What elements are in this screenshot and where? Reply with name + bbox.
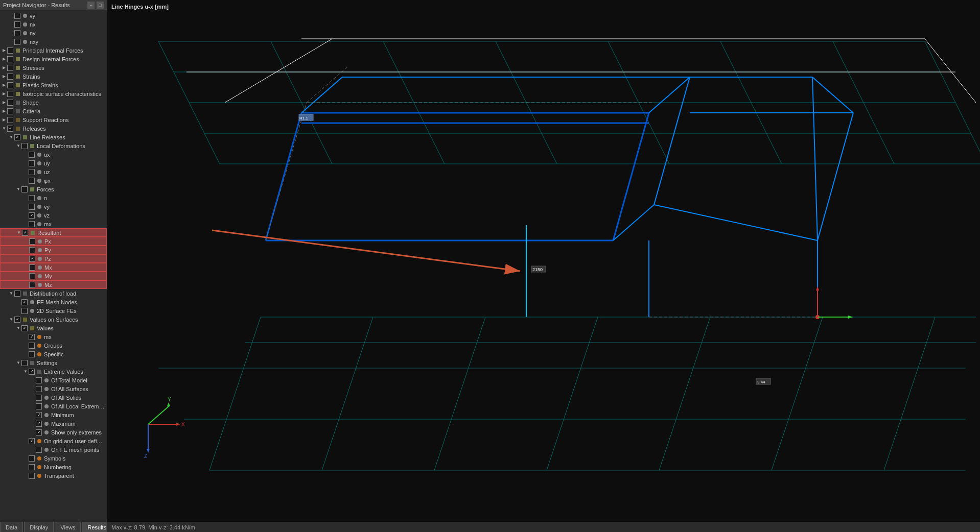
tree-item-isotropic[interactable]: ▶Isotropic surface characteristics bbox=[0, 89, 107, 98]
expander-fvy[interactable] bbox=[22, 204, 29, 210]
tree-item-fvz[interactable]: vz bbox=[0, 211, 107, 220]
tree-item-uy2[interactable]: uy bbox=[0, 159, 107, 167]
expander-symbols[interactable] bbox=[22, 455, 29, 462]
expander-allSurfaces[interactable] bbox=[30, 386, 36, 392]
expander-distLoad[interactable]: ▼ bbox=[8, 291, 14, 297]
tree-item-fn[interactable]: n bbox=[0, 194, 107, 202]
tab-display[interactable]: Display bbox=[24, 522, 54, 532]
tree-item-settings[interactable]: ▼Settings bbox=[0, 358, 107, 367]
tree-item-design[interactable]: ▶Design Internal Forces bbox=[0, 55, 107, 63]
expander-stresses[interactable]: ▶ bbox=[1, 65, 7, 71]
tree-item-feMeshNodes[interactable]: FE Mesh Nodes bbox=[0, 298, 107, 306]
tree-item-transparent[interactable]: Transparent bbox=[0, 471, 107, 480]
expander-rmy[interactable] bbox=[23, 273, 29, 279]
expander-extremeVals[interactable]: ▼ bbox=[22, 369, 29, 375]
expander-rmz[interactable] bbox=[23, 282, 29, 288]
checkbox-px[interactable] bbox=[29, 238, 35, 245]
tree-item-allSurfaces[interactable]: Of All Surfaces bbox=[0, 384, 107, 393]
title-bar-buttons[interactable]: − □ bbox=[87, 2, 104, 9]
checkbox-vy[interactable] bbox=[14, 13, 20, 19]
tree-item-resultant[interactable]: ▼Resultant bbox=[0, 228, 107, 237]
checkbox-onGrid[interactable] bbox=[29, 438, 35, 444]
expander-py[interactable] bbox=[23, 247, 29, 253]
checkbox-fvy[interactable] bbox=[29, 204, 35, 210]
expander-px[interactable] bbox=[23, 238, 29, 245]
tree-item-strains[interactable]: ▶Strains bbox=[0, 72, 107, 81]
checkbox-settings[interactable] bbox=[21, 360, 28, 366]
checkbox-fmx[interactable] bbox=[29, 221, 35, 227]
tree-item-surface2dFEs[interactable]: 2D Surface FEs bbox=[0, 306, 107, 315]
checkbox-design[interactable] bbox=[7, 56, 13, 62]
expander-phix[interactable] bbox=[22, 178, 29, 184]
checkbox-principal[interactable] bbox=[7, 47, 13, 54]
expander-onGrid[interactable] bbox=[22, 438, 29, 444]
expander-uz[interactable] bbox=[22, 169, 29, 175]
expander-allSolids[interactable] bbox=[30, 395, 36, 401]
expander-fmx[interactable] bbox=[22, 221, 29, 227]
expander-principal[interactable]: ▶ bbox=[1, 47, 7, 54]
expander-nxy[interactable] bbox=[8, 39, 14, 45]
checkbox-valOnSurfaces[interactable] bbox=[14, 317, 20, 323]
tree-item-valOnSurfaces[interactable]: ▼Values on Surfaces bbox=[0, 315, 107, 324]
expander-fn[interactable] bbox=[22, 195, 29, 201]
tree-item-symbols[interactable]: Symbols bbox=[0, 454, 107, 463]
expander-showOnlyExtr[interactable] bbox=[30, 429, 36, 436]
checkbox-isotropic[interactable] bbox=[7, 91, 13, 97]
tree-item-ny[interactable]: ny bbox=[0, 29, 107, 37]
checkbox-support[interactable] bbox=[7, 117, 13, 123]
expander-ny[interactable] bbox=[8, 30, 14, 36]
checkbox-rmy[interactable] bbox=[29, 273, 35, 279]
checkbox-rmx[interactable] bbox=[29, 264, 35, 271]
expander-support[interactable]: ▶ bbox=[1, 117, 7, 123]
tree-item-support[interactable]: ▶Support Reactions bbox=[0, 115, 107, 124]
expander-values[interactable]: ▼ bbox=[15, 325, 21, 331]
checkbox-py[interactable] bbox=[29, 247, 35, 253]
tree-item-onFEmesh[interactable]: On FE mesh points bbox=[0, 445, 107, 454]
expander-shape[interactable]: ▶ bbox=[1, 100, 7, 106]
checkbox-nxy[interactable] bbox=[14, 39, 20, 45]
expander-ux[interactable] bbox=[22, 152, 29, 158]
checkbox-rmz[interactable] bbox=[29, 282, 35, 288]
expander-criteria[interactable]: ▶ bbox=[1, 108, 7, 114]
expander-specific[interactable] bbox=[22, 351, 29, 357]
checkbox-values[interactable] bbox=[21, 325, 28, 331]
checkbox-surface2dFEs[interactable] bbox=[21, 308, 28, 314]
tree-item-rmy[interactable]: My bbox=[0, 272, 107, 280]
tree-item-criteria[interactable]: ▶Criteria bbox=[0, 107, 107, 115]
checkbox-plastic[interactable] bbox=[7, 82, 13, 88]
expander-isotropic[interactable]: ▶ bbox=[1, 91, 7, 97]
tree-item-groups[interactable]: Groups bbox=[0, 341, 107, 350]
tree-item-maximum[interactable]: Maximum bbox=[0, 419, 107, 428]
tree-item-vy[interactable]: vy bbox=[0, 11, 107, 20]
expander-allLocalExt[interactable] bbox=[30, 403, 36, 409]
expander-groups[interactable] bbox=[22, 343, 29, 349]
expander-maximum[interactable] bbox=[30, 421, 36, 427]
checkbox-ny[interactable] bbox=[14, 30, 20, 36]
expander-forces[interactable]: ▼ bbox=[15, 186, 21, 192]
expander-resultant[interactable]: ▼ bbox=[16, 230, 22, 236]
tree-item-pz[interactable]: Pz bbox=[0, 254, 107, 263]
tree-item-distLoad[interactable]: ▼Distribution of load bbox=[0, 289, 107, 298]
tree-item-rmz[interactable]: Mz bbox=[0, 280, 107, 289]
tree-item-releases[interactable]: ▼Releases bbox=[0, 124, 107, 133]
checkbox-nx[interactable] bbox=[14, 21, 20, 28]
expander-onFEmesh[interactable] bbox=[30, 447, 36, 453]
checkbox-shape[interactable] bbox=[7, 100, 13, 106]
tree-item-fmx[interactable]: mx bbox=[0, 220, 107, 228]
checkbox-specific[interactable] bbox=[29, 351, 35, 357]
expander-nx[interactable] bbox=[8, 21, 14, 28]
expander-numbering[interactable] bbox=[22, 464, 29, 470]
expander-surface2dFEs[interactable] bbox=[15, 308, 21, 314]
checkbox-uz[interactable] bbox=[29, 169, 35, 175]
checkbox-groups[interactable] bbox=[29, 343, 35, 349]
expander-valOnSurfaces[interactable]: ▼ bbox=[8, 317, 14, 323]
expander-lineReleases[interactable]: ▼ bbox=[8, 134, 14, 140]
checkbox-symbols[interactable] bbox=[29, 455, 35, 462]
checkbox-fvz[interactable] bbox=[29, 212, 35, 219]
checkbox-criteria[interactable] bbox=[7, 108, 13, 114]
checkbox-allSurfaces[interactable] bbox=[36, 386, 42, 392]
tree-item-lineReleases[interactable]: ▼Line Releases bbox=[0, 133, 107, 141]
expander-totalModel[interactable] bbox=[30, 377, 36, 383]
tab-data[interactable]: Data bbox=[0, 522, 23, 532]
tree-item-px[interactable]: Px bbox=[0, 237, 107, 246]
